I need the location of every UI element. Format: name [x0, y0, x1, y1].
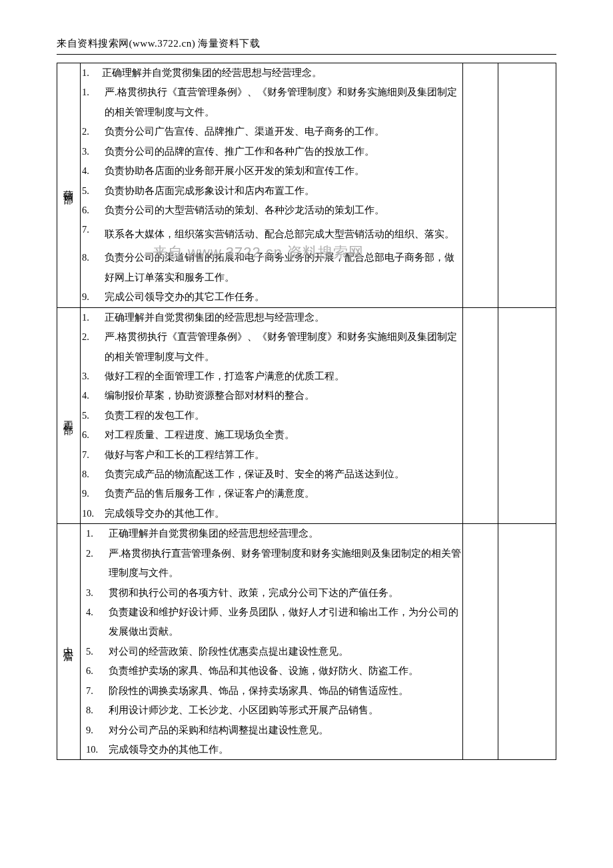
item-text: 利用设计师沙龙、工长沙龙、小区团购等形式开展产品销售。: [109, 701, 462, 720]
list-item: 4.编制报价草案，协助资源整合部对材料的整合。: [81, 386, 462, 405]
item-text: 负责工程的发包工作。: [105, 406, 462, 425]
item-text: 对工程质量、工程进度、施工现场负全责。: [105, 425, 462, 445]
item-text: 做好工程的全面管理工作，打造客户满意的优质工程。: [105, 367, 462, 386]
item-text: 负责分公司的品牌的宣传、推广工作和各种广告的投放工作。: [105, 142, 462, 161]
blank-cell: [498, 524, 556, 760]
item-text: 负责分公司广告宣传、品牌推广、渠道开发、电子商务的工作。: [105, 122, 462, 141]
dept-label: 营销部: [57, 182, 80, 188]
item-text: 严.格贯彻执行《直营管理条例》、《财务管理制度》和财务实施细则及集团制定的相关管…: [105, 83, 462, 122]
list-item: 9.负责产品的售后服务工作，保证客户的满意度。: [81, 484, 462, 503]
item-text: 联系各大媒体，组织落实营销活动、配合总部完成大型营销活动的组织、落实。: [105, 220, 462, 248]
list-item: 2.严.格贯彻执行《直营管理条例》、《财务管理制度》和财务实施细则及集团制定的相…: [81, 327, 462, 367]
page-header: 来自资料搜索网(www.3722.cn) 海量资料下载: [57, 37, 556, 50]
list-item: 5.负责工程的发包工作。: [81, 406, 462, 425]
list-item: 2.严.格贯彻执行直营管理条例、财务管理制度和财务实施细则及集团制定的相关管理制…: [85, 544, 462, 583]
list-item: 8.负责分公司的渠道销售的拓展和电子商务业务的开展，配合总部电子商务部，做好网上…: [81, 248, 462, 287]
item-text: 负责分公司的渠道销售的拓展和电子商务业务的开展，配合总部电子商务部，做好网上订单…: [105, 248, 462, 287]
item-text: 阶段性的调换卖场家具、饰品，保持卖场家具、饰品的销售适应性。: [109, 681, 462, 701]
document-page: 来自资料搜索网(www.3722.cn) 海量资料下载 营销部 来自 www.3…: [0, 0, 613, 800]
dept-content: 1.正确理解并自觉贯彻集团的经营思想经营理念。 2.严.格贯彻执行直营管理条例、…: [81, 524, 463, 760]
header-divider: [57, 54, 556, 55]
item-text: 编制报价草案，协助资源整合部对材料的整合。: [105, 386, 462, 405]
list-item: 2.负责分公司广告宣传、品牌推广、渠道开发、电子商务的工作。: [81, 122, 462, 141]
list-item: 5.负责协助各店面完成形象设计和店内布置工作。: [81, 181, 462, 201]
item-text: 正确理解并自觉贯彻集团的经营思想经营理念。: [109, 524, 462, 543]
list-item: 3.做好工程的全面管理工作，打造客户满意的优质工程。: [81, 367, 462, 386]
item-text: 贯彻和执行公司的各项方针、政策，完成分公司下达的产值任务。: [109, 583, 462, 603]
blank-cell: [463, 63, 498, 308]
list-item: 9.对分公司产品的采购和结构调整提出建设性意见。: [85, 721, 462, 740]
item-text: 正确理解并自觉贯彻集团的经营思想与经营理念。: [102, 63, 462, 83]
item-text: 负责协助各店面的业务部开展小区开发的策划和宣传工作。: [105, 161, 462, 181]
item-text: 正确理解并自觉贯彻集团的经营思想与经营理念。: [105, 308, 462, 327]
dept-label: 工程部: [57, 413, 80, 419]
item-text: 完成领导交办的其他工作。: [105, 504, 462, 523]
item-text: 负责维护卖场的家具、饰品和其他设备、设施，做好防火、防盗工作。: [109, 661, 462, 681]
list-item: 9.完成公司领导交办的其它工作任务。: [81, 287, 462, 307]
table-row: 中心店 1.正确理解并自觉贯彻集团的经营思想经营理念。 2.严.格贯彻执行直营管…: [57, 524, 556, 760]
list-item: 6.对工程质量、工程进度、施工现场负全责。: [81, 425, 462, 445]
blank-cell: [498, 307, 556, 524]
item-text: 负责建设和维护好设计师、业务员团队，做好人才引进和输出工作，为分公司的发展做出贡…: [109, 603, 462, 642]
table-row: 工程部 1.正确理解并自觉贯彻集团的经营思想与经营理念。 2.严.格贯彻执行《直…: [57, 307, 556, 524]
item-text: 做好与客户和工长的工程结算工作。: [105, 445, 462, 465]
list-item: 4.负责协助各店面的业务部开展小区开发的策划和宣传工作。: [81, 161, 462, 181]
list-item: 1. 正确理解并自觉贯彻集团的经营思想与经营理念。: [81, 63, 462, 83]
list-item: 1.严.格贯彻执行《直营管理条例》、《财务管理制度》和财务实施细则及集团制定的相…: [81, 83, 462, 122]
dept-label: 中心店: [57, 639, 80, 645]
list-item: 1.正确理解并自觉贯彻集团的经营思想与经营理念。: [81, 308, 462, 327]
item-list: 1.正确理解并自觉贯彻集团的经营思想经营理念。 2.严.格贯彻执行直营管理条例、…: [81, 524, 462, 759]
item-text: 严.格贯彻执行直营管理条例、财务管理制度和财务实施细则及集团制定的相关管理制度与…: [109, 544, 462, 583]
dept-content: 1.正确理解并自觉贯彻集团的经营思想与经营理念。 2.严.格贯彻执行《直营管理条…: [81, 307, 463, 524]
list-item: 1.正确理解并自觉贯彻集团的经营思想经营理念。: [85, 524, 462, 543]
dept-label-cell: 工程部: [57, 307, 81, 524]
item-text: 严.格贯彻执行《直营管理条例》、《财务管理制度》和财务实施细则及集团制定的相关管…: [105, 327, 462, 367]
item-text: 对分公司产品的采购和结构调整提出建设性意见。: [109, 721, 462, 740]
list-item: 8.利用设计师沙龙、工长沙龙、小区团购等形式开展产品销售。: [85, 701, 462, 720]
blank-cell: [463, 524, 498, 760]
item-text: 完成公司领导交办的其它工作任务。: [105, 287, 462, 307]
item-text: 负责分公司的大型营销活动的策划、各种沙龙活动的策划工作。: [105, 201, 462, 220]
list-item: 6.负责分公司的大型营销活动的策划、各种沙龙活动的策划工作。: [81, 201, 462, 220]
dept-label-cell: 中心店: [57, 524, 81, 760]
responsibilities-table: 营销部 来自 www.3722.cn 资料搜索网 1. 正确理解并自觉贯彻集团的…: [57, 63, 556, 760]
item-list: 1.正确理解并自觉贯彻集团的经营思想与经营理念。 2.严.格贯彻执行《直营管理条…: [81, 308, 462, 524]
list-item: 7.阶段性的调换卖场家具、饰品，保持卖场家具、饰品的销售适应性。: [85, 681, 462, 701]
item-text: 负责产品的售后服务工作，保证客户的满意度。: [105, 484, 462, 503]
list-item: 5.对公司的经营政策、阶段性优惠卖点提出建设性意见。: [85, 642, 462, 661]
item-list: 1. 正确理解并自觉贯彻集团的经营思想与经营理念。 1.严.格贯彻执行《直营管理…: [81, 63, 462, 307]
item-text: 负责协助各店面完成形象设计和店内布置工作。: [105, 181, 462, 201]
table-row: 营销部 来自 www.3722.cn 资料搜索网 1. 正确理解并自觉贯彻集团的…: [57, 63, 556, 308]
list-item: 8.负责完成产品的物流配送工作，保证及时、安全的将产品送达到位。: [81, 465, 462, 484]
list-item: 4.负责建设和维护好设计师、业务员团队，做好人才引进和输出工作，为分公司的发展做…: [85, 603, 462, 642]
list-item: 3.贯彻和执行公司的各项方针、政策，完成分公司下达的产值任务。: [85, 583, 462, 603]
list-item: 10.完成领导交办的其他工作。: [81, 504, 462, 523]
dept-label-cell: 营销部: [57, 63, 81, 308]
list-item: 7.联系各大媒体，组织落实营销活动、配合总部完成大型营销活动的组织、落实。: [81, 220, 462, 248]
list-item: 6.负责维护卖场的家具、饰品和其他设备、设施，做好防火、防盗工作。: [85, 661, 462, 681]
item-text: 完成领导交办的其他工作。: [109, 740, 462, 759]
list-item: 10.完成领导交办的其他工作。: [85, 740, 462, 759]
blank-cell: [463, 307, 498, 524]
item-text: 负责完成产品的物流配送工作，保证及时、安全的将产品送达到位。: [105, 465, 462, 484]
blank-cell: [498, 63, 556, 308]
list-item: 3.负责分公司的品牌的宣传、推广工作和各种广告的投放工作。: [81, 142, 462, 161]
item-text: 对公司的经营政策、阶段性优惠卖点提出建设性意见。: [109, 642, 462, 661]
dept-content: 来自 www.3722.cn 资料搜索网 1. 正确理解并自觉贯彻集团的经营思想…: [81, 63, 463, 308]
list-item: 7.做好与客户和工长的工程结算工作。: [81, 445, 462, 465]
